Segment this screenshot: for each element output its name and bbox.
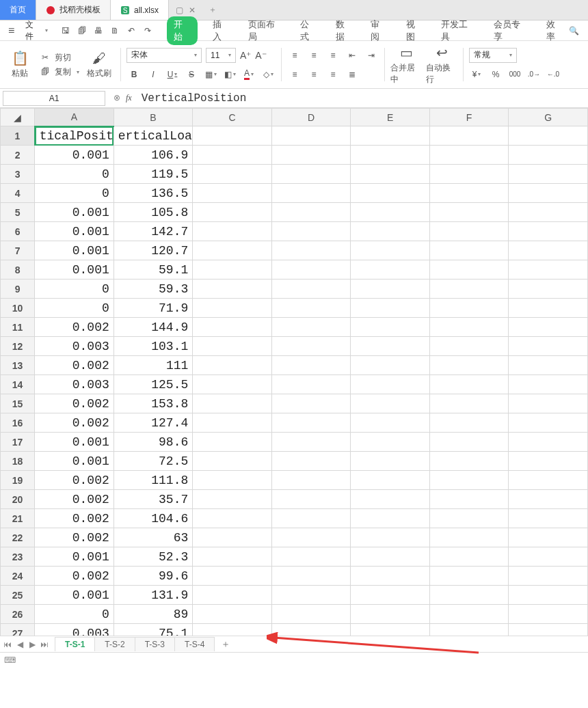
row-header[interactable]: 25 [1,586,35,605]
cell[interactable] [509,184,588,203]
cell[interactable] [193,280,272,299]
cell[interactable] [193,471,272,490]
row-header[interactable]: 6 [1,222,35,241]
cell[interactable] [429,126,509,146]
col-header-B[interactable]: B [113,109,193,126]
cell[interactable] [271,337,351,356]
col-header-F[interactable]: F [429,109,509,126]
cell[interactable] [509,605,588,624]
font-size-select[interactable]: 11 ▾ [206,48,236,63]
row-header[interactable]: 9 [1,280,35,299]
cell[interactable] [351,184,430,203]
cell[interactable] [351,126,430,146]
cell[interactable] [509,624,588,636]
cell[interactable]: 89 [113,605,193,624]
cell[interactable] [271,126,351,146]
cell[interactable]: 63 [113,528,193,547]
cell[interactable] [351,356,430,375]
cell[interactable] [429,547,509,567]
undo-icon[interactable]: ↶ [126,26,137,36]
cell[interactable]: 72.5 [113,452,193,471]
cell[interactable] [429,356,509,375]
cell[interactable] [429,605,509,624]
cell[interactable] [509,280,588,299]
ribbon-tab-dev[interactable]: 开发工具 [438,16,479,45]
hamburger-icon[interactable]: ≡ [4,25,18,37]
cell[interactable] [429,394,509,413]
cell[interactable] [193,241,272,260]
row-header[interactable]: 14 [1,375,35,394]
cell[interactable] [509,146,588,165]
grid[interactable]: ◢ A B C D E F G 1ticalPositerticalLoad20… [0,108,588,636]
cell[interactable]: 0.003 [35,337,114,356]
cell[interactable] [429,299,509,318]
cell[interactable] [351,318,430,337]
cell[interactable]: 0.002 [35,318,114,337]
ribbon-tab-start[interactable]: 开始 [167,16,198,45]
cell[interactable]: 127.4 [113,413,193,433]
sheet-first-icon[interactable]: ⏮ [3,640,12,649]
cell[interactable] [429,260,509,280]
sheet-next-icon[interactable]: ▶ [27,640,37,649]
row-header[interactable]: 27 [1,624,35,636]
cell[interactable] [271,605,351,624]
tab-templates[interactable]: 找稻壳模板 [36,0,111,20]
cell[interactable]: 111 [113,356,193,375]
add-sheet-button[interactable]: ＋ [215,638,236,651]
cell[interactable]: 136.5 [113,184,193,203]
cell[interactable]: 35.7 [113,490,193,509]
cell[interactable]: 106.9 [113,146,193,165]
cell[interactable] [271,184,351,203]
cell[interactable]: 0.001 [35,260,114,280]
redo-icon[interactable]: ↷ [142,26,153,36]
cell[interactable] [509,241,588,260]
cell[interactable] [509,413,588,433]
cell[interactable] [193,299,272,318]
justify-icon[interactable]: ≣ [345,67,360,82]
row-header[interactable]: 17 [1,433,35,452]
cell[interactable]: 0.001 [35,433,114,452]
cell[interactable] [351,146,430,165]
increase-decimal-icon[interactable]: .0→ [526,67,542,82]
tab-home[interactable]: 首页 [0,0,36,20]
cell[interactable] [351,528,430,547]
cell[interactable]: 0 [35,184,114,203]
clear-format-button[interactable]: ◇▾ [260,67,276,82]
ribbon-tab-view[interactable]: 视图 [403,16,426,45]
row-header[interactable]: 10 [1,299,35,318]
cell[interactable] [429,280,509,299]
align-top-icon[interactable]: ≡ [287,48,302,63]
row-header[interactable]: 5 [1,203,35,222]
cell[interactable] [429,203,509,222]
sheet-tab[interactable]: T-S-3 [135,637,175,651]
cell[interactable] [271,547,351,567]
align-bottom-icon[interactable]: ≡ [325,48,340,63]
search-icon[interactable]: 🔍 [569,26,580,36]
cell[interactable] [509,547,588,567]
copy-button[interactable]: 🗐 复制 ▾ [40,66,79,78]
cell[interactable] [271,375,351,394]
currency-icon[interactable]: ¥▾ [469,67,484,82]
cell[interactable] [271,356,351,375]
cell[interactable] [351,547,430,567]
doc-close-icon[interactable]: ✕ [189,5,196,15]
cell[interactable] [193,222,272,241]
cell[interactable]: erticalLoad [113,126,193,146]
doc-restore-icon[interactable]: ▢ [176,5,183,15]
row-header[interactable]: 24 [1,567,35,586]
cell[interactable] [193,337,272,356]
align-center-icon[interactable]: ≡ [306,67,321,82]
row-header[interactable]: 18 [1,452,35,471]
merge-center-button[interactable]: ▭ 合并居中 [390,44,422,85]
cell[interactable]: 0.002 [35,356,114,375]
col-header-E[interactable]: E [351,109,430,126]
underline-button[interactable]: U▾ [165,67,180,82]
cell[interactable] [193,318,272,337]
row-header[interactable]: 11 [1,318,35,337]
tab-document[interactable]: S all.xlsx [111,0,169,20]
save-as-icon[interactable]: 🗐 [77,26,88,36]
cell[interactable] [351,452,430,471]
font-color-button[interactable]: A▾ [241,67,256,82]
cell[interactable] [429,241,509,260]
cell[interactable] [271,165,351,184]
